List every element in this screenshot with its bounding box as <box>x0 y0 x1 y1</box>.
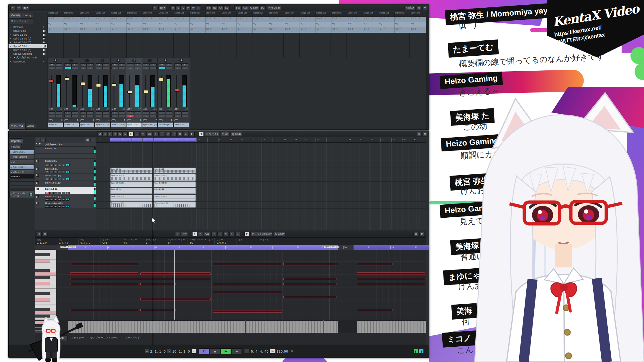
info-テキスト[interactable]: テキスト <box>258 238 280 245</box>
piano-key[interactable] <box>35 305 56 308</box>
grid-type-dropdown[interactable]: 小節 ▾ <box>221 132 230 136</box>
object-select-tool[interactable]: ➤ <box>129 132 134 136</box>
left-locator[interactable]: 2. 1. 1. 0 <box>150 350 166 353</box>
record-enable[interactable]: ● <box>111 115 118 117</box>
rack-cell[interactable]: センド <box>379 27 395 33</box>
mute-button[interactable]: M <box>49 63 55 66</box>
velocity-lane[interactable] <box>56 320 426 333</box>
track-solo-button[interactable]: S <box>49 164 53 166</box>
track-instrument-button[interactable]: ▦ <box>66 198 70 201</box>
record-button[interactable]: ● <box>232 348 242 354</box>
rack-cell[interactable]: インサート <box>221 17 237 22</box>
rack-cell[interactable]: Stereo Out <box>63 11 79 17</box>
monitor-button[interactable]: ▪ <box>134 115 141 117</box>
track-row[interactable]: Scaler 2 01MS●▪e▦ <box>35 159 96 167</box>
strip-options[interactable]: ▾ <box>87 67 94 69</box>
range-tool[interactable]: ▭ <box>135 132 140 136</box>
rack-cell[interactable]: インサート <box>410 17 426 22</box>
track-solo-button[interactable]: S <box>49 178 53 180</box>
edit-channel-button[interactable]: e <box>96 67 103 69</box>
editor-eraser-tool[interactable]: ⌫ <box>204 232 210 236</box>
rack-cell[interactable]: EQ <box>142 22 158 27</box>
velocity-bar[interactable] <box>154 320 154 333</box>
piano-key[interactable] <box>35 282 50 285</box>
rack-cell[interactable]: Stereo Out <box>363 11 379 17</box>
editor-quantize-dropdown[interactable]: Q 1/64 ▾ <box>274 232 286 236</box>
track-solo-button[interactable]: S <box>49 205 53 208</box>
editor-zoom-tool[interactable]: ⌖ <box>229 232 234 236</box>
channel-strip[interactable]: MSe▾-4.71-7.7▸▪●▪4Spire-1.5 01 (D) <box>95 58 111 129</box>
channel-strip[interactable]: MSe▾-15.6-4.6▸▪●▪7Spire-1.5 01 (D) <box>142 58 158 129</box>
rack-cell[interactable]: インサート <box>395 17 410 22</box>
rack-cell[interactable]: センド <box>158 27 174 33</box>
position-icon[interactable]: ♩ <box>244 349 249 353</box>
editor-snap-toggle[interactable]: ✚ <box>244 232 249 236</box>
rack-cell[interactable]: EQ <box>206 22 221 27</box>
info-ベロシティー[interactable]: ベロシティー60 <box>122 238 144 245</box>
track-monitor-button[interactable]: ▪ <box>58 192 61 194</box>
track-edit-button[interactable]: e <box>62 198 65 201</box>
track-row[interactable]: Spire-1.5 01 (D)MS●▪e▦ <box>35 173 96 181</box>
midi-note[interactable] <box>140 298 211 300</box>
strip-options[interactable]: ▾ <box>166 67 172 69</box>
state-m[interactable]: M <box>97 132 102 136</box>
state-m[interactable]: M <box>171 6 175 10</box>
rack-cell[interactable]: EQ <box>63 22 79 27</box>
track-edit-button[interactable]: e <box>62 205 65 208</box>
rack-cell[interactable]: Stereo Out <box>126 11 142 17</box>
state-l[interactable]: L <box>107 132 112 136</box>
midi-note[interactable] <box>213 263 282 265</box>
midi-note[interactable] <box>283 278 336 280</box>
rack-cell[interactable]: EQ <box>331 22 347 27</box>
channel-strip[interactable]: MSe▾-11.2-4.3▸▪●▪Stereo Out <box>173 58 189 129</box>
track-record-button[interactable]: ● <box>53 198 57 201</box>
rack-cell[interactable]: EQ <box>347 22 363 27</box>
strip-options[interactable]: ▾ <box>181 67 188 69</box>
track-row[interactable]: Groove Agent 01MS●▪e▦ <box>35 201 96 208</box>
mute-button[interactable]: M <box>174 63 181 66</box>
visibility-item[interactable]: ✓Groove Agent 01 <box>9 52 47 56</box>
velocity-bar[interactable] <box>245 320 246 333</box>
visibility-item[interactable]: ✓Spire-1.5 01 (D) <box>9 40 47 44</box>
rack-cell[interactable]: Stereo Out <box>284 11 300 17</box>
rack-cell[interactable]: EQ <box>48 22 63 27</box>
visibility-item[interactable]: ✓Stereo Out♪ <box>9 59 47 63</box>
visibility-item[interactable]: ✓Spire-1.5 01 <box>9 44 47 48</box>
piano-key[interactable] <box>35 285 56 289</box>
piano-keyboard[interactable] <box>35 250 56 320</box>
midi-note[interactable] <box>70 283 139 285</box>
editor-playhead[interactable] <box>174 250 175 320</box>
state-s[interactable]: S <box>102 132 107 136</box>
track-record-button[interactable]: ● <box>53 171 57 173</box>
record-enable[interactable]: ● <box>127 115 134 117</box>
rack-cell[interactable]: Stereo Out <box>48 11 63 17</box>
rack-cell[interactable]: Stereo Out <box>268 11 284 17</box>
fader-handle[interactable] <box>80 82 85 85</box>
rack-cell[interactable]: EQ <box>126 22 142 27</box>
info-長さ[interactable]: 長さ0. 3. 3. 0 <box>79 238 101 245</box>
fader-handle[interactable] <box>159 78 164 81</box>
channel-name[interactable]: Stereo Out <box>173 122 189 127</box>
track-row[interactable]: Spire 1.5 01MS●▪e▦ <box>35 187 96 195</box>
lowerzone-tab-コードパッド[interactable]: コードパッド <box>122 335 143 340</box>
tab-channel[interactable]: チャンネル <box>9 123 26 129</box>
strip-options[interactable]: ▾ <box>134 67 141 69</box>
track-monitor-button[interactable]: ▪ <box>58 198 61 201</box>
rack-cell[interactable]: インサート <box>331 17 347 22</box>
channel-name[interactable]: Spire-1.5 01 (D) <box>95 122 110 127</box>
midi-part[interactable]: Groove Agent 01 <box>154 201 196 208</box>
state-a[interactable]: A <box>123 132 127 136</box>
track-search-icon[interactable]: ⌖ <box>91 138 95 142</box>
midi-part[interactable]: Spire-1.5 01 (D) <box>110 174 153 181</box>
rack-cell[interactable]: EQ <box>237 22 252 27</box>
track-edit-button[interactable]: e <box>62 164 65 166</box>
mute-button[interactable]: M <box>159 63 165 66</box>
transport-position[interactable]: 5. 4. 4. 40 <box>251 350 269 353</box>
midi-part[interactable]: Spire-1.5 01 (D) <box>110 181 153 187</box>
editor-solo-button[interactable]: ◉ <box>43 232 47 236</box>
editor-split-tool[interactable]: ✂ <box>211 232 216 236</box>
record-enable[interactable]: ● <box>96 115 103 117</box>
rack-cell[interactable]: EQ <box>363 22 379 27</box>
info-リリース[interactable]: リリース0. 0. 0. 0 <box>215 238 236 245</box>
edit-channel-button[interactable]: e <box>49 67 55 69</box>
